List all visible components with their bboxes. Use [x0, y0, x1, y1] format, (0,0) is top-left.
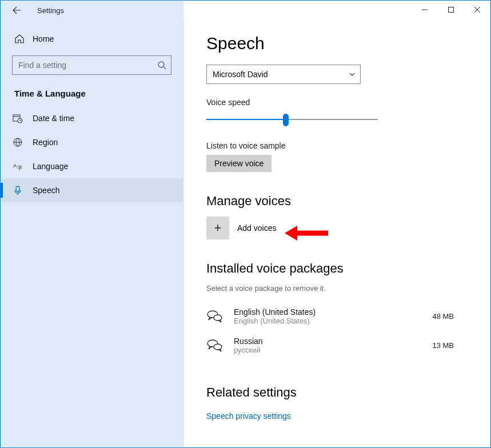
- voice-dropdown[interactable]: Microsoft David: [206, 65, 361, 84]
- listen-label: Listen to voice sample: [206, 141, 468, 150]
- calendar-clock-icon: [12, 113, 23, 123]
- search-box[interactable]: [12, 55, 171, 75]
- search-icon: [157, 61, 166, 70]
- page-heading: Speech: [206, 34, 468, 53]
- home-label: Home: [33, 34, 54, 43]
- package-native-name: English (United States): [234, 317, 423, 325]
- minimize-button[interactable]: [412, 1, 438, 19]
- voice-speed-label: Voice speed: [206, 98, 468, 107]
- voice-speed-slider[interactable]: [206, 111, 378, 127]
- titlebar: Settings: [1, 1, 490, 20]
- svg-point-11: [214, 344, 222, 350]
- package-size: 48 MB: [432, 312, 468, 321]
- minimize-icon: [421, 6, 428, 13]
- sidebar-item-speech[interactable]: Speech: [1, 178, 183, 202]
- back-button[interactable]: [7, 1, 26, 19]
- window-title: Settings: [37, 6, 64, 15]
- svg-rect-0: [449, 7, 454, 13]
- speech-privacy-link[interactable]: Speech privacy settings: [206, 411, 291, 421]
- home-icon: [14, 34, 25, 44]
- slider-track-inactive: [286, 119, 378, 120]
- package-name: English (United States): [234, 307, 423, 317]
- search-input[interactable]: [17, 60, 157, 70]
- sidebar-item-date-time[interactable]: Date & time: [1, 106, 183, 130]
- installed-packages-subtext: Select a voice package to remove it.: [206, 284, 468, 293]
- svg-rect-7: [16, 186, 19, 191]
- window-controls: [412, 1, 490, 19]
- chevron-down-icon: [349, 71, 356, 78]
- maximize-button[interactable]: [438, 1, 464, 19]
- voice-package-row[interactable]: English (United States) English (United …: [206, 302, 468, 331]
- package-size: 13 MB: [432, 341, 468, 350]
- category-heading: Time & Language: [12, 85, 171, 106]
- speech-bubble-icon: [206, 338, 225, 353]
- related-settings-heading: Related settings: [206, 385, 468, 400]
- arrow-left-icon: [12, 6, 21, 15]
- svg-text:字: 字: [17, 165, 22, 171]
- sidebar-nav: Date & time Region A字 Language: [1, 106, 183, 202]
- package-names: Russian русский: [234, 337, 423, 354]
- close-button[interactable]: [464, 1, 490, 19]
- add-voices-label: Add voices: [237, 223, 276, 233]
- package-name: Russian: [234, 337, 423, 346]
- sidebar-item-label: Language: [33, 162, 68, 171]
- home-nav[interactable]: Home: [12, 28, 171, 50]
- voice-dropdown-value: Microsoft David: [213, 70, 268, 79]
- close-icon: [474, 6, 481, 13]
- svg-point-9: [214, 315, 222, 321]
- sidebar: Home Time & Language Date & time: [1, 20, 183, 447]
- plus-icon: +: [206, 217, 229, 239]
- svg-point-1: [158, 62, 164, 67]
- manage-voices-heading: Manage voices: [206, 194, 468, 209]
- globe-icon: [12, 137, 23, 147]
- sidebar-item-region[interactable]: Region: [1, 130, 183, 154]
- language-icon: A字: [12, 161, 23, 171]
- speech-bubble-icon: [206, 309, 225, 324]
- sidebar-item-label: Date & time: [33, 114, 74, 123]
- main-content: Speech Microsoft David Voice speed Liste…: [183, 20, 490, 447]
- sidebar-item-label: Speech: [33, 186, 59, 195]
- package-native-name: русский: [234, 346, 423, 354]
- slider-thumb[interactable]: [283, 114, 289, 126]
- maximize-icon: [448, 6, 454, 13]
- svg-text:A: A: [13, 163, 17, 169]
- sidebar-item-language[interactable]: A字 Language: [1, 154, 183, 178]
- package-names: English (United States) English (United …: [234, 307, 423, 325]
- installed-packages-heading: Installed voice packages: [206, 261, 468, 276]
- settings-window: Settings Home T: [0, 0, 491, 448]
- preview-voice-button[interactable]: Preview voice: [206, 155, 272, 172]
- voice-package-row[interactable]: Russian русский 13 MB: [206, 331, 468, 360]
- microphone-icon: [12, 185, 23, 195]
- slider-track-active: [206, 119, 286, 120]
- add-voices-button[interactable]: + Add voices: [206, 217, 468, 239]
- sidebar-item-label: Region: [33, 138, 58, 147]
